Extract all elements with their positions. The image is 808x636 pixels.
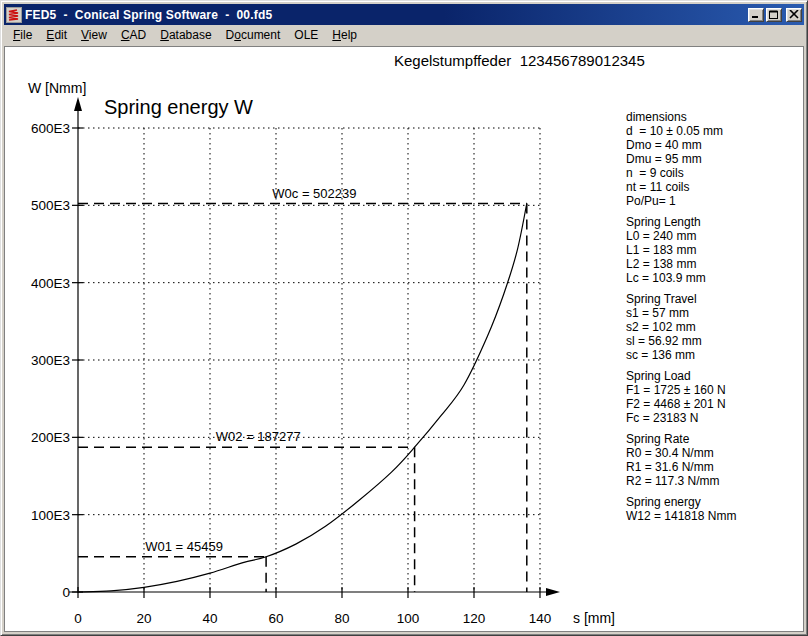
panel-value-line: L0 = 240 mm [626,229,804,243]
panel-section-spring-energy: Spring energyW12 = 141818 Nmm [626,495,804,523]
app-icon [6,7,22,23]
panel-section-dimensions: dimensionsd = 10 ± 0.05 mmDmo = 40 mmDmu… [626,110,804,208]
panel-value-line: L2 = 138 mm [626,257,804,271]
panel-value-line: nt = 11 coils [626,180,804,194]
app-window: FED5 - Conical Spring Software - 00.fd5 … [0,0,808,636]
close-icon [789,10,799,19]
menu-item-ole[interactable]: OLE [287,25,325,45]
panel-value-line: s2 = 102 mm [626,320,804,334]
close-button[interactable] [786,8,802,22]
spring-designation: Kegelstumpffeder 123456789012345 [394,52,645,69]
panel-value-line: F2 = 4468 ± 201 N [626,397,804,411]
panel-value-line: R1 = 31.6 N/mm [626,460,804,474]
window-title: FED5 - Conical Spring Software - 00.fd5 [25,8,748,22]
panel-section-spring-rate: Spring RateR0 = 30.4 N/mmR1 = 31.6 N/mmR… [626,432,804,488]
panel-section-title: Spring Length [626,215,804,229]
menu-item-help[interactable]: Help [325,25,364,45]
panel-value-line: W12 = 141818 Nmm [626,509,804,523]
panel-value-line: s1 = 57 mm [626,306,804,320]
maximize-icon [769,10,779,19]
panel-section-spring-length: Spring LengthL0 = 240 mmL1 = 183 mmL2 = … [626,215,804,285]
minimize-icon [751,10,761,19]
minimize-button[interactable] [748,8,764,22]
menu-item-file[interactable]: File [6,25,39,45]
title-bar[interactable]: FED5 - Conical Spring Software - 00.fd5 [4,4,804,25]
panel-value-line: d = 10 ± 0.05 mm [626,124,804,138]
panel-value-line: Po/Pu= 1 [626,194,804,208]
panel-section-title: dimensions [626,110,804,124]
menu-item-document[interactable]: Document [219,25,288,45]
menu-item-database[interactable]: Database [153,25,218,45]
panel-section-spring-travel: Spring Travels1 = 57 mms2 = 102 mmsl = 5… [626,292,804,362]
panel-section-spring-load: Spring LoadF1 = 1725 ± 160 NF2 = 4468 ± … [626,369,804,425]
panel-value-line: L1 = 183 mm [626,243,804,257]
maximize-button[interactable] [766,8,782,22]
panel-section-title: Spring Travel [626,292,804,306]
menu-item-edit[interactable]: Edit [39,25,74,45]
chart-canvas: Kegelstumpffeder 123456789012345 dimensi… [4,46,804,632]
window-controls [748,8,802,22]
menu-item-cad[interactable]: CAD [114,25,153,45]
menu-item-view[interactable]: View [74,25,114,45]
panel-value-line: n = 9 coils [626,166,804,180]
panel-value-line: R0 = 30.4 N/mm [626,446,804,460]
panel-value-line: R2 = 117.3 N/mm [626,474,804,488]
panel-value-line: Lc = 103.9 mm [626,271,804,285]
red-spring-logo-icon [7,8,21,22]
menu-bar: FileEditViewCADDatabaseDocumentOLEHelp [4,25,804,45]
panel-value-line: Dmo = 40 mm [626,138,804,152]
panel-value-line: Fc = 23183 N [626,411,804,425]
panel-value-line: sc = 136 mm [626,348,804,362]
results-panel: dimensionsd = 10 ± 0.05 mmDmo = 40 mmDmu… [626,110,804,530]
panel-value-line: sl = 56.92 mm [626,334,804,348]
panel-section-title: Spring energy [626,495,804,509]
panel-value-line: Dmu = 95 mm [626,152,804,166]
panel-value-line: F1 = 1725 ± 160 N [626,383,804,397]
panel-section-title: Spring Load [626,369,804,383]
panel-section-title: Spring Rate [626,432,804,446]
